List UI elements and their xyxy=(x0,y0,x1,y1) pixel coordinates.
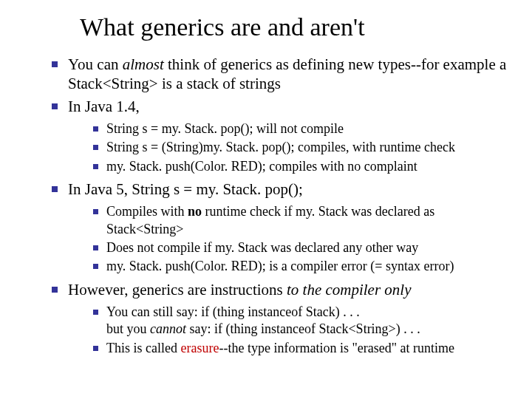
code: my. Stack xyxy=(296,204,348,219)
code: String s = my. Stack. pop(); xyxy=(106,121,256,136)
text: In Java 1.4, xyxy=(68,98,140,115)
sub-bullet: String s = (String)my. Stack. pop(); com… xyxy=(93,139,510,156)
text: compiles, with runtime check xyxy=(294,140,454,154)
sub-list-3: You can still say: if (thing instanceof … xyxy=(68,304,510,357)
sub-bullet: my. Stack. push(Color. RED); compiles wi… xyxy=(93,158,510,175)
sub-list-2: Compiles with no runtime check if my. St… xyxy=(68,203,510,276)
text: You can still say: xyxy=(106,304,201,319)
code: my. Stack xyxy=(215,240,267,255)
text: However, generics are instructions xyxy=(68,281,287,299)
text: think of generics as defining new types-… xyxy=(164,55,507,73)
text: In Java 5, xyxy=(68,180,132,198)
sub-bullet: Compiles with no runtime check if my. St… xyxy=(93,203,510,238)
text: You can xyxy=(68,55,123,73)
bullet-1: You can almost think of generics as defi… xyxy=(52,55,510,94)
code: my. Stack. push(Color. RED); xyxy=(106,259,266,273)
sub-bullet: You can still say: if (thing instanceof … xyxy=(93,304,510,338)
text-cannot: cannot xyxy=(150,321,186,336)
text-no: no xyxy=(188,204,202,219)
sub-bullet: Does not compile if my. Stack was declar… xyxy=(93,239,510,256)
text: but you xyxy=(106,321,150,336)
text: say: xyxy=(186,321,214,336)
text: compiles with no complaint xyxy=(266,159,417,174)
text: is a compiler error (= syntax error) xyxy=(266,259,454,273)
code: String s = (String)my. Stack. pop(); xyxy=(106,140,294,154)
slide: What generics are and aren't You can alm… xyxy=(0,0,532,399)
bullet-list: You can almost think of generics as defi… xyxy=(22,55,510,357)
text: --the type information is "erased" at ru… xyxy=(219,341,454,355)
code-stack-string: Stack<String> xyxy=(68,75,158,92)
sub-bullet: my. Stack. push(Color. RED); is a compil… xyxy=(93,258,510,275)
bullet-4: However, generics are instructions to th… xyxy=(52,280,510,357)
text: was declared as xyxy=(348,204,434,219)
sub-bullet: This is called erasure--the type informa… xyxy=(93,340,510,357)
text: is a stack of strings xyxy=(158,75,281,92)
text-erasure: erasure xyxy=(180,341,219,355)
text: Does not compile if xyxy=(106,240,215,255)
code: if (thing instanceof Stack) . . . xyxy=(201,304,359,319)
sub-bullet: String s = my. Stack. pop(); will not co… xyxy=(93,120,510,137)
text: runtime check if xyxy=(202,204,296,219)
slide-title: What generics are and aren't xyxy=(80,13,510,41)
text-almost: almost xyxy=(123,55,164,73)
text: This is called xyxy=(106,341,180,355)
code: String s = my. Stack. pop(); xyxy=(132,180,303,198)
sub-list-1: String s = my. Stack. pop(); will not co… xyxy=(68,120,510,175)
code: if (thing instanceof Stack<String>) . . … xyxy=(214,321,420,336)
text: was declared any other way xyxy=(267,240,418,255)
text: Compiles with xyxy=(106,204,188,219)
bullet-3: In Java 5, String s = my. Stack. pop(); … xyxy=(52,180,510,276)
bullet-2: In Java 1.4, String s = my. Stack. pop()… xyxy=(52,97,510,175)
text: will not compile xyxy=(256,121,344,136)
text-ital: to the compiler only xyxy=(287,281,412,299)
code: Stack<String> xyxy=(106,222,183,236)
code: my. Stack. push(Color. RED); xyxy=(106,159,266,174)
